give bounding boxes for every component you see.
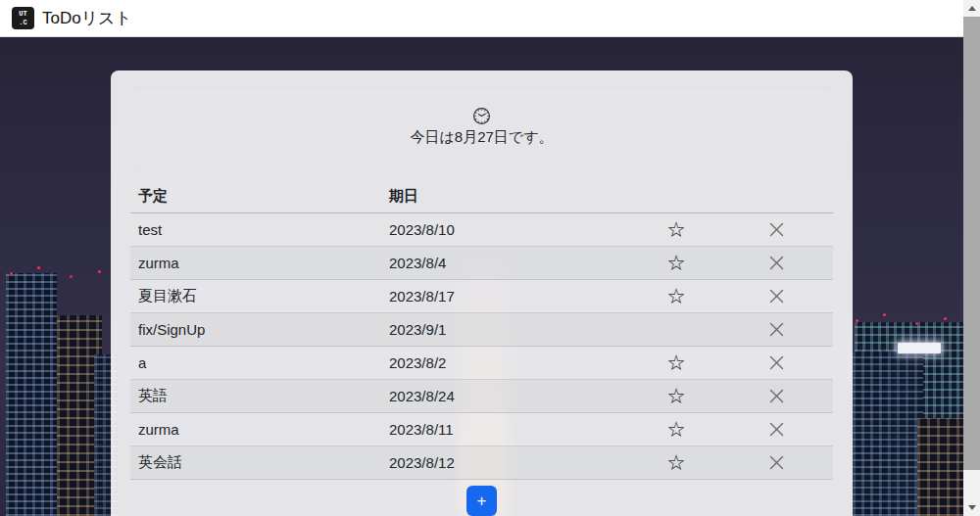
brand-link[interactable]: UT .C ToDoリスト	[12, 7, 132, 29]
star-cell: ☆	[632, 380, 720, 412]
delete-cell	[720, 247, 833, 279]
header-delete-spacer	[720, 180, 833, 212]
delete-cell	[720, 347, 833, 379]
task-title: 英語	[130, 380, 381, 412]
star-cell	[632, 313, 720, 346]
header-task: 予定	[130, 180, 381, 212]
table-row: fix/SignUp2023/9/1	[130, 313, 833, 347]
building	[853, 352, 923, 516]
task-title: a	[130, 347, 381, 379]
lit-billboard	[898, 343, 941, 353]
task-due-date: 2023/8/4	[381, 247, 632, 279]
task-due-date: 2023/8/12	[381, 446, 632, 479]
task-due-date: 2023/8/17	[381, 280, 632, 312]
table-row: a2023/8/2☆	[130, 347, 833, 380]
star-cell: ☆	[632, 446, 720, 479]
delete-cell	[720, 280, 833, 312]
today-date-text: 今日は8月27日です。	[410, 128, 553, 147]
task-due-date: 2023/9/1	[381, 313, 632, 346]
app-logo-icon: UT .C	[12, 7, 34, 29]
app-title: ToDoリスト	[42, 7, 132, 29]
scrollbar-up-arrow[interactable]	[963, 0, 980, 17]
delete-cell	[720, 213, 833, 246]
header-due: 期日	[381, 180, 632, 212]
task-due-date: 2023/8/10	[381, 213, 632, 246]
delete-x-icon[interactable]	[768, 288, 785, 305]
task-title: test	[130, 213, 381, 246]
todo-card: 今日は8月27日です。 予定 期日 test2023/8/10☆zurma202…	[111, 70, 853, 516]
table-row: 英会話2023/8/12☆	[130, 446, 833, 480]
add-row: +	[130, 480, 833, 516]
task-due-date: 2023/8/2	[381, 347, 632, 379]
star-cell: ☆	[632, 347, 720, 379]
logo-line1: UT	[19, 10, 26, 18]
delete-x-icon[interactable]	[768, 321, 785, 338]
star-cell: ☆	[632, 280, 720, 312]
date-banner: 今日は8月27日です。	[130, 86, 833, 166]
delete-x-icon[interactable]	[768, 255, 785, 271]
delete-cell	[720, 413, 833, 446]
table-row: zurma2023/8/11☆	[130, 413, 833, 446]
task-due-date: 2023/8/24	[381, 380, 632, 412]
logo-line2: .C	[19, 19, 26, 26]
star-cell: ☆	[632, 213, 720, 246]
delete-cell	[720, 313, 833, 346]
delete-cell	[720, 446, 833, 479]
table-row: test2023/8/10☆	[130, 213, 833, 247]
delete-x-icon[interactable]	[768, 221, 785, 238]
table-body: test2023/8/10☆zurma2023/8/4☆夏目漱石2023/8/1…	[130, 213, 833, 480]
scrollbar[interactable]	[963, 0, 980, 516]
clock-icon	[472, 107, 491, 125]
star-icon[interactable]: ☆	[667, 353, 686, 372]
delete-x-icon[interactable]	[768, 454, 785, 471]
star-icon[interactable]: ☆	[667, 220, 686, 239]
delete-x-icon[interactable]	[768, 354, 785, 371]
aviation-lights	[10, 272, 13, 275]
table-row: 夏目漱石2023/8/17☆	[130, 280, 833, 313]
star-icon[interactable]: ☆	[667, 287, 686, 305]
table-row: 英語2023/8/24☆	[130, 380, 833, 413]
table-header-row: 予定 期日	[130, 180, 833, 213]
star-cell: ☆	[632, 413, 720, 446]
building	[6, 273, 57, 516]
scrollbar-thumb[interactable]	[963, 17, 980, 470]
star-icon[interactable]: ☆	[667, 453, 686, 472]
delete-x-icon[interactable]	[768, 421, 785, 438]
star-icon[interactable]: ☆	[667, 420, 686, 439]
task-title: zurma	[130, 247, 381, 279]
navbar: UT .C ToDoリスト	[0, 0, 980, 37]
aviation-lights	[856, 319, 858, 322]
task-due-date: 2023/8/11	[381, 413, 632, 446]
scrollbar-down-arrow[interactable]	[963, 499, 980, 516]
add-todo-button[interactable]: +	[466, 486, 497, 516]
star-icon[interactable]: ☆	[667, 387, 686, 405]
star-cell: ☆	[632, 247, 720, 279]
star-icon[interactable]: ☆	[667, 254, 686, 272]
table-row: zurma2023/8/4☆	[130, 247, 833, 280]
task-title: zurma	[130, 413, 381, 446]
task-title: 英会話	[130, 446, 381, 479]
task-title: 夏目漱石	[130, 280, 381, 312]
delete-cell	[720, 380, 833, 412]
delete-x-icon[interactable]	[768, 388, 785, 404]
todo-table: 予定 期日 test2023/8/10☆zurma2023/8/4☆夏目漱石20…	[130, 180, 833, 516]
task-title: fix/SignUp	[130, 313, 381, 346]
header-star-spacer	[632, 180, 720, 212]
